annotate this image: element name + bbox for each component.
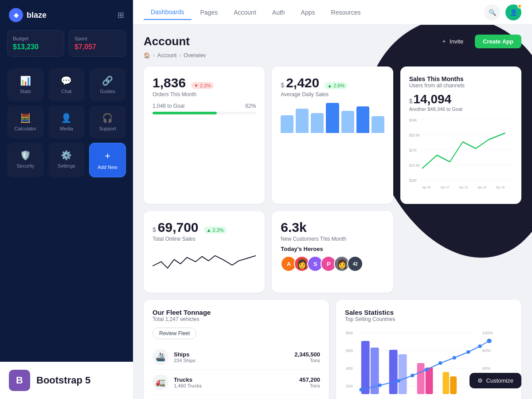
budget-label: Budget (13, 36, 59, 41)
sidebar-item-guides[interactable]: 🔗 Guides (89, 68, 126, 101)
svg-text:Apr 04: Apr 04 (422, 185, 431, 189)
topnav: Dashboards Pages Account Auth Apps Resou… (133, 0, 532, 25)
new-customers-card: 6.3k New Customers This Month Today's He… (272, 211, 393, 293)
tab-auth[interactable]: Auth (265, 5, 292, 20)
breadcrumb-account[interactable]: Account (157, 52, 176, 59)
heroes-label: Today's Heroes (281, 246, 384, 252)
sidebar-item-security[interactable]: 🛡️ Security (7, 143, 44, 177)
progress-pct: 62% (245, 103, 256, 109)
page-title: Account (144, 35, 190, 48)
sidebar-item-settings[interactable]: ⚙️ Settings (48, 143, 85, 177)
svg-point-42 (466, 350, 470, 354)
progress-track (153, 112, 256, 114)
sidebar-grid: 📊 Stats 💬 Chat 🔗 Guides 🧮 Calculator 👤 M… (0, 64, 133, 182)
new-customers-label: New Customers This Month (281, 236, 384, 242)
chat-label: Chat (61, 89, 71, 94)
bootstrap-icon: B (9, 370, 30, 391)
fleet-card: Our Fleet Tonnage Total 1,247 vehicles R… (144, 300, 329, 399)
search-button[interactable]: 🔍 (484, 4, 500, 20)
stats-grid-row1: 1,836 ▼ 2.2% Orders This Month 1,048 to … (144, 66, 521, 204)
fleet-row-ships: 🚢 Ships 234 Ships 2,345,500 Tons (153, 344, 320, 370)
sales-currency: $ (409, 98, 413, 105)
daily-sales-currency: $ (281, 82, 284, 89)
tab-dashboards[interactable]: Dashboards (144, 5, 192, 20)
svg-rect-26 (399, 354, 407, 394)
customize-button[interactable]: ⚙ Customize (469, 373, 521, 388)
sidebar-item-stats[interactable]: 📊 Stats (7, 68, 44, 101)
sidebar-item-add-new[interactable]: + Add New (89, 143, 126, 177)
wavy-chart (153, 248, 256, 284)
tab-resources[interactable]: Resources (324, 5, 368, 20)
budget-row: Budget $13,230 Spent $7,057 (0, 30, 133, 64)
fleet-subtitle: Total 1,247 vehicles (153, 316, 320, 322)
chat-icon: 💬 (61, 75, 72, 86)
total-online-card: $ 69,700 ▲ 2.2% Total Online Sales (144, 211, 265, 293)
bar-5 (341, 111, 354, 133)
svg-text:Apr 13: Apr 13 (477, 185, 486, 189)
sidebar-header: ◈ blaze ⊞ (0, 0, 133, 30)
svg-text:600: 600 (346, 348, 353, 353)
sidebar-item-calculator[interactable]: 🧮 Calculator (7, 106, 44, 138)
bar-4 (326, 103, 339, 133)
total-currency: $ (153, 226, 156, 233)
add-new-label: Add New (98, 164, 117, 170)
sales-stats-title: Sales Statistics (345, 309, 512, 316)
orders-number: 1,836 (153, 75, 186, 90)
avatar-button[interactable]: 👤 (505, 4, 521, 20)
svg-point-37 (397, 379, 400, 383)
ships-tons: 2,345,500 (294, 351, 320, 358)
breadcrumb: 🏠 › Account › Overwiev (144, 52, 521, 59)
calculator-label: Calculator (15, 126, 37, 131)
spent-label: Spent (74, 36, 120, 41)
create-app-button[interactable]: Create App (475, 35, 521, 48)
sidebar-logo: ◈ blaze (9, 8, 47, 22)
sales-amount: 14,094 (413, 92, 451, 106)
total-online-badge: ▲ 2.2% (204, 227, 227, 234)
invite-label: Invite (450, 38, 463, 45)
bar-1 (281, 115, 293, 133)
svg-point-36 (378, 383, 382, 387)
orders-badge: ▼ 2.2% (191, 82, 214, 89)
sales-month-sub: Users from all channels (409, 82, 512, 89)
orders-label: Orders This Month (153, 91, 256, 98)
trucks-tons: 457,200 (299, 376, 320, 383)
home-icon[interactable]: 🏠 (144, 52, 150, 59)
sidebar-item-support[interactable]: 🎧 Support (89, 106, 126, 138)
spent-value: $7,057 (74, 43, 120, 51)
mini-bar-chart (281, 104, 384, 135)
tab-apps[interactable]: Apps (294, 5, 322, 20)
calculator-icon: 🧮 (20, 113, 31, 123)
ships-unit: Tons (294, 358, 320, 363)
sidebar-item-chat[interactable]: 💬 Chat (48, 68, 85, 101)
trucks-name: Trucks (174, 376, 294, 383)
orders-progress: 1,048 to Goal 62% (153, 103, 256, 114)
fleet-row-planes: ✈️ Planes 8 Aircrafts 1,240 Tons (153, 395, 320, 399)
sales-line-chart: $24K $20.5K $17K $13.5K $10K Apr 04 Apr … (409, 115, 512, 195)
budget-value: $13,230 (13, 43, 59, 51)
trucks-icon: 🚛 (153, 374, 168, 390)
bootstrap-text: Bootstrap 5 (36, 375, 90, 386)
customize-icon: ⚙ (477, 377, 483, 384)
sidebar-item-media[interactable]: 👤 Media (48, 106, 85, 138)
fleet-title: Our Fleet Tonnage (153, 309, 320, 316)
menu-icon[interactable]: ⊞ (117, 10, 124, 20)
invite-button[interactable]: ＋ Invite (434, 34, 470, 49)
page-actions: ＋ Invite Create App (434, 34, 521, 49)
trucks-count: 1,460 Trucks (174, 383, 294, 388)
brand-name: blaze (27, 11, 47, 20)
svg-text:80%: 80% (482, 348, 491, 353)
ships-name: Ships (174, 351, 289, 358)
svg-point-38 (411, 374, 414, 377)
tab-pages[interactable]: Pages (193, 5, 225, 20)
review-fleet-button[interactable]: Review Fleet (153, 328, 196, 339)
svg-text:400: 400 (346, 366, 353, 371)
daily-sales-card: $ 2,420 ▲ 2.6% Average Daily Sales (272, 66, 393, 204)
support-icon: 🎧 (102, 113, 113, 123)
customize-label: Customize (486, 377, 513, 384)
svg-rect-28 (426, 368, 433, 394)
tab-account[interactable]: Account (227, 5, 263, 20)
svg-text:Apr 16: Apr 16 (496, 185, 505, 189)
svg-text:$24K: $24K (409, 118, 417, 122)
svg-text:60%: 60% (482, 366, 491, 371)
trucks-unit: Tons (299, 383, 320, 388)
